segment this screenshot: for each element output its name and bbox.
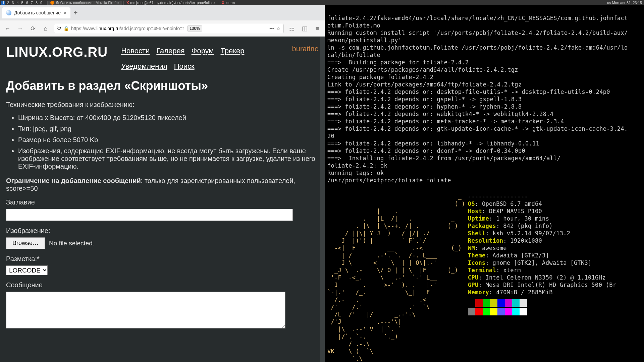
wm-clock: us Mon авг 31, 23:15 bbox=[605, 1, 644, 5]
zoom-badge[interactable]: 130% bbox=[187, 25, 202, 32]
x-icon: X bbox=[222, 1, 224, 5]
req-item: Тип: jpeg, gif, png bbox=[18, 125, 319, 133]
firefox-window: Добавить сообщение × + ← → ⟳ ⌂ 🛡 🔒 https… bbox=[0, 5, 325, 362]
message-textarea[interactable] bbox=[6, 292, 285, 328]
req-item: Ширина x Высота: от 400x400 до 5120x5120… bbox=[18, 114, 319, 122]
page-title: Добавить в раздел «Скриншоты» bbox=[6, 79, 319, 93]
firefox-icon bbox=[50, 1, 54, 5]
reload-button[interactable]: ⟳ bbox=[28, 24, 38, 33]
nav-link[interactable]: Новости bbox=[121, 47, 150, 55]
wm-tag-1[interactable]: 1 bbox=[1, 1, 5, 5]
url-text: https://www.linux.org.ru/add.jsp?group=4… bbox=[71, 26, 185, 31]
file-status: No file selected. bbox=[49, 240, 94, 247]
nav-link[interactable]: Трекер bbox=[221, 47, 245, 55]
close-tab-icon[interactable]: × bbox=[63, 10, 66, 16]
terminal-output: foliate-2.4.2/fake-amd64/usr/local/share… bbox=[327, 14, 641, 184]
url-bar[interactable]: 🛡 🔒 https://www.linux.org.ru/add.jsp?gro… bbox=[54, 24, 284, 33]
title-input[interactable] bbox=[6, 209, 293, 221]
label-markup: Разметка:* bbox=[6, 255, 319, 263]
firefox-tab[interactable]: Добавить сообщение × bbox=[2, 7, 70, 18]
wm-task[interactable]: Xxterm bbox=[219, 1, 237, 5]
color-palette bbox=[468, 299, 616, 315]
label-message: Сообщение bbox=[6, 281, 319, 289]
new-tab-button[interactable]: + bbox=[74, 9, 78, 17]
nav-link[interactable]: Галерея bbox=[156, 47, 184, 55]
nav-link[interactable]: Форум bbox=[192, 47, 214, 55]
forward-button[interactable]: → bbox=[15, 24, 25, 33]
bookmark-star-icon[interactable]: ☆ bbox=[276, 26, 281, 31]
site-favicon bbox=[6, 10, 11, 15]
library-icon[interactable]: ⚏ bbox=[287, 24, 297, 33]
neofetch-output: _ (_) | . . |L /| . _ _ . |\ _| \--+._/|… bbox=[327, 193, 641, 362]
sidebar-icon[interactable]: ◫ bbox=[300, 24, 309, 33]
markup-select[interactable]: LORCODE bbox=[6, 265, 48, 275]
wm-tag-8[interactable]: 8 bbox=[35, 1, 39, 5]
wm-tag-9[interactable]: 9 bbox=[39, 1, 43, 5]
req-item: Изображения, содержащие EXIF-информацию,… bbox=[18, 147, 319, 170]
site-logo[interactable]: LINUX.ORG.RU bbox=[6, 45, 108, 60]
x-icon: X bbox=[126, 1, 129, 5]
wm-taskbar: 123456789 Добавить сообщение - Mozilla F… bbox=[0, 0, 644, 5]
label-title: Заглавие bbox=[6, 198, 319, 206]
tab-title: Добавить сообщение bbox=[14, 10, 61, 15]
firefox-toolbar: ← → ⟳ ⌂ 🛡 🔒 https://www.linux.org.ru/add… bbox=[0, 20, 325, 37]
wm-tag-3[interactable]: 3 bbox=[11, 1, 15, 5]
site-nav: НовостиГалереяФорумТрекерУведомленияПоис… bbox=[121, 47, 278, 71]
firefox-tabbar: Добавить сообщение × + bbox=[0, 5, 325, 20]
restriction-text: Ограничение на добавление сообщений: тол… bbox=[6, 177, 319, 192]
wm-task[interactable]: Добавить сообщение - Mozilla Firefox bbox=[47, 1, 122, 5]
wm-tag-6[interactable]: 6 bbox=[25, 1, 29, 5]
browse-button[interactable]: Browse… bbox=[6, 237, 45, 249]
label-image: Изображение: bbox=[6, 227, 319, 235]
wm-tag-4[interactable]: 4 bbox=[15, 1, 19, 5]
wm-tags: 123456789 bbox=[0, 1, 45, 5]
nav-link[interactable]: Уведомления bbox=[121, 62, 167, 71]
back-button[interactable]: ← bbox=[3, 24, 12, 33]
req-list: Ширина x Высота: от 400x400 до 5120x5120… bbox=[18, 114, 319, 170]
page-content: LINUX.ORG.RU НовостиГалереяФорумТрекерУв… bbox=[0, 37, 325, 362]
scrollbar[interactable] bbox=[320, 37, 325, 362]
username-link[interactable]: buratino bbox=[292, 45, 319, 53]
meatball-icon[interactable]: ••• bbox=[269, 26, 274, 31]
nav-link[interactable]: Поиск bbox=[174, 62, 195, 71]
req-item: Размер не более 5070 Kb bbox=[18, 136, 319, 144]
lock-icon: 🔒 bbox=[63, 26, 69, 31]
wm-tag-5[interactable]: 5 bbox=[20, 1, 24, 5]
wm-tag-7[interactable]: 7 bbox=[30, 1, 34, 5]
wm-task[interactable]: Xmc [root@o67.my.domain]:/usr/ports/text… bbox=[123, 1, 217, 5]
xterm-window[interactable]: foliate-2.4.2/fake-amd64/usr/local/share… bbox=[325, 5, 644, 362]
wm-tasklist: Добавить сообщение - Mozilla FirefoxXmc … bbox=[47, 1, 605, 5]
menu-icon[interactable]: ≡ bbox=[313, 24, 322, 33]
wm-tag-2[interactable]: 2 bbox=[6, 1, 10, 5]
home-button[interactable]: ⌂ bbox=[41, 24, 50, 33]
shield-icon: 🛡 bbox=[57, 26, 61, 31]
req-header: Технические требования к изображению: bbox=[6, 101, 319, 109]
